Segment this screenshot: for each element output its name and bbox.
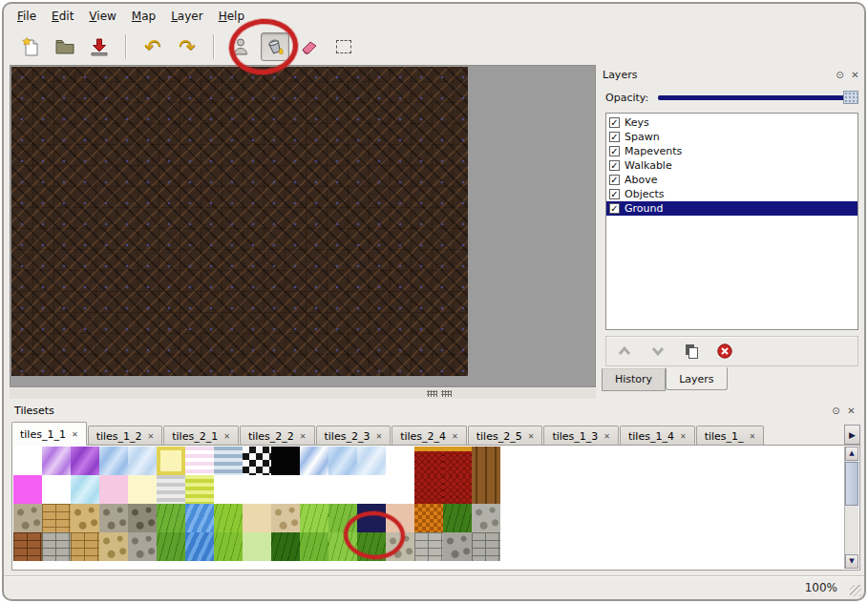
layer-visibility-checkbox[interactable]: ✓ (609, 160, 620, 171)
splitter-grip[interactable] (427, 390, 452, 397)
tile-0-0[interactable] (13, 447, 42, 475)
tab-layers[interactable]: Layers (666, 367, 727, 390)
tile-3-13[interactable] (386, 532, 414, 561)
tileset-tab-tiles_1_1[interactable]: tiles_1_1✕ (11, 422, 87, 446)
tile-2-0[interactable] (13, 504, 42, 532)
layer-row-above[interactable]: ✓Above (606, 173, 857, 187)
tile-2-13[interactable] (386, 504, 414, 532)
select-tool-button[interactable] (329, 32, 358, 61)
tile-3-14[interactable] (414, 532, 443, 561)
undo-button[interactable]: ↶ (138, 32, 167, 61)
layer-row-keys[interactable]: ✓Keys (606, 115, 857, 130)
menu-view[interactable]: View (81, 7, 123, 26)
tile-2-6[interactable] (185, 504, 214, 532)
delete-layer-button[interactable] (716, 343, 733, 360)
layer-visibility-checkbox[interactable]: ✓ (609, 175, 620, 185)
tab-close-icon[interactable]: ✕ (148, 432, 155, 441)
tile-0-7[interactable] (214, 447, 243, 475)
close-panel-icon[interactable]: ✕ (845, 405, 857, 417)
scrollbar-up-button[interactable]: ▲ (845, 447, 858, 461)
tile-1-1[interactable] (42, 475, 71, 504)
tile-3-5[interactable] (157, 532, 185, 561)
tile-2-1[interactable] (42, 504, 71, 532)
tile-2-16[interactable] (472, 504, 500, 532)
tile-1-9[interactable] (271, 475, 300, 504)
tile-3-3[interactable] (99, 532, 128, 561)
open-map-button[interactable] (51, 32, 79, 61)
menu-map[interactable]: Map (124, 7, 163, 26)
tile-3-16[interactable] (472, 532, 500, 561)
layer-visibility-checkbox[interactable]: ✓ (609, 117, 620, 128)
layer-visibility-checkbox[interactable]: ✓ (609, 203, 620, 214)
tile-1-3[interactable] (99, 475, 128, 504)
tile-0-6[interactable] (185, 447, 214, 475)
float-panel-icon[interactable]: ⊙ (830, 405, 842, 417)
tile-3-9[interactable] (271, 532, 300, 561)
tile-2-10[interactable] (300, 504, 328, 532)
tab-close-icon[interactable]: ✕ (72, 430, 78, 439)
tile-3-6[interactable] (185, 532, 214, 561)
tab-close-icon[interactable]: ✕ (375, 432, 382, 441)
layer-row-spawn[interactable]: ✓Spawn (606, 130, 857, 144)
tile-0-3[interactable] (99, 447, 128, 475)
layer-row-mapevents[interactable]: ✓Mapevents (606, 144, 857, 158)
close-panel-icon[interactable]: ✕ (849, 69, 861, 81)
tab-close-icon[interactable]: ✕ (223, 432, 230, 441)
fill-tool-button[interactable] (261, 32, 289, 61)
tile-3-10[interactable] (300, 532, 328, 561)
tile-3-15[interactable] (443, 532, 472, 561)
float-panel-icon[interactable]: ⊙ (834, 69, 846, 81)
tileset-tab-tiles_1_4[interactable]: tiles_1_4✕ (620, 426, 695, 446)
tile-2-15[interactable] (443, 504, 472, 532)
redo-button[interactable]: ↷ (173, 32, 201, 61)
opacity-slider[interactable] (658, 91, 858, 104)
tile-1-16[interactable] (472, 475, 500, 504)
tile-0-2[interactable] (71, 447, 99, 475)
tile-0-4[interactable] (128, 447, 157, 475)
layer-row-walkable[interactable]: ✓Walkable (606, 158, 857, 173)
tile-0-10[interactable] (300, 447, 328, 475)
layer-row-objects[interactable]: ✓Objects (606, 187, 857, 201)
tile-3-1[interactable] (42, 532, 71, 561)
tile-1-10[interactable] (300, 475, 328, 504)
menu-edit[interactable]: Edit (44, 7, 81, 26)
menu-file[interactable]: File (10, 7, 44, 26)
layer-visibility-checkbox[interactable]: ✓ (609, 189, 620, 199)
scrollbar-down-button[interactable]: ▼ (845, 554, 858, 569)
window-resize-grip[interactable] (850, 585, 861, 596)
tile-3-8[interactable] (243, 532, 271, 561)
tile-2-11[interactable] (328, 504, 357, 532)
tile-1-7[interactable] (214, 475, 243, 504)
opacity-slider-thumb[interactable] (843, 91, 858, 104)
tile-1-4[interactable] (128, 475, 157, 504)
layer-visibility-checkbox[interactable]: ✓ (609, 132, 620, 142)
tile-1-11[interactable] (328, 475, 357, 504)
tileset-scrollbar[interactable]: ▲ ▼ (844, 447, 858, 569)
tile-0-14[interactable] (414, 447, 443, 475)
menu-help[interactable]: Help (211, 7, 252, 26)
tile-1-0[interactable] (13, 475, 42, 504)
tab-close-icon[interactable]: ✕ (603, 432, 610, 441)
tileset-tab-tiles_1_2[interactable]: tiles_1_2✕ (88, 426, 163, 446)
tileset-tab-tiles_1_[interactable]: tiles_1_✕ (696, 426, 765, 446)
tile-0-1[interactable] (42, 447, 71, 475)
move-layer-up-button[interactable] (616, 343, 633, 359)
tileset-tab-tiles_2_3[interactable]: tiles_2_3✕ (316, 426, 392, 446)
tab-close-icon[interactable]: ✕ (680, 432, 687, 441)
tile-1-13[interactable] (386, 475, 414, 504)
layer-visibility-checkbox[interactable]: ✓ (609, 146, 620, 156)
tileset-tab-tiles_2_4[interactable]: tiles_2_4✕ (392, 426, 467, 446)
tile-1-6[interactable] (185, 475, 214, 504)
tab-close-icon[interactable]: ✕ (528, 432, 535, 441)
tab-close-icon[interactable]: ✕ (750, 432, 756, 441)
tile-2-2[interactable] (71, 504, 99, 532)
tile-3-11[interactable] (328, 532, 357, 561)
tile-0-16[interactable] (472, 447, 500, 475)
tile-3-4[interactable] (128, 532, 157, 561)
layer-row-ground[interactable]: ✓Ground (606, 201, 857, 216)
tile-1-2[interactable] (71, 475, 99, 504)
tile-1-8[interactable] (243, 475, 271, 504)
tileset-tab-tiles_2_5[interactable]: tiles_2_5✕ (468, 426, 543, 446)
tab-history[interactable]: History (602, 368, 666, 391)
tile-2-9[interactable] (271, 504, 300, 532)
